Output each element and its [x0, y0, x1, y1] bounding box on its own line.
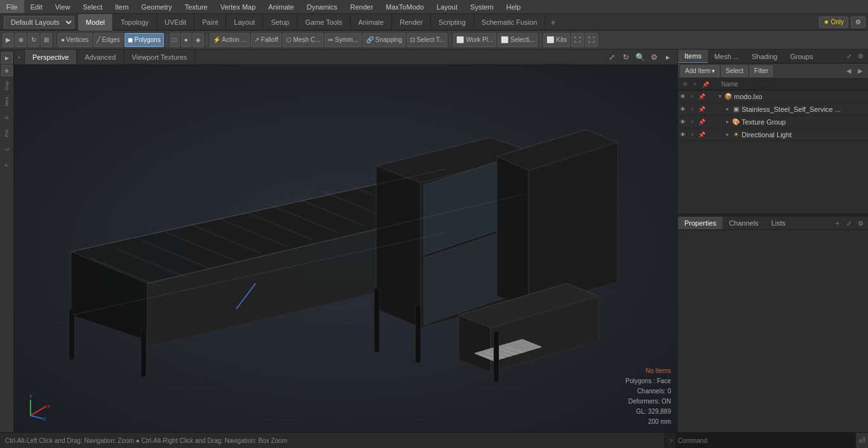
select-mode-btn[interactable]: ▶: [3, 33, 14, 47]
work-pl-btn[interactable]: ⬜ Work Pl...: [453, 33, 496, 47]
prop-tab-lists[interactable]: Lists: [765, 217, 792, 229]
tab-schematic-fusion[interactable]: Schematic Fusion: [474, 14, 545, 31]
item-row-modo-lxo[interactable]: 👁 + 📌 ▾ 📦 modo.lxo: [678, 90, 868, 103]
vp-maximize-btn[interactable]: ▸: [662, 51, 674, 63]
item-row-stainless[interactable]: 👁 + 📌 ▸ ▣ Stainless_Steel_Self_Service .…: [678, 103, 868, 116]
falloff-btn[interactable]: ↗ Falloff: [251, 33, 281, 47]
item-expander-texture[interactable]: ▸: [724, 116, 731, 128]
panel-tab-groups[interactable]: Groups: [783, 50, 819, 63]
vp-tab-perspective[interactable]: Perspective: [25, 50, 77, 64]
item-vis-texture-3[interactable]: 📌: [697, 116, 707, 128]
add-item-button[interactable]: Add Item ▾: [681, 65, 719, 77]
menu-view[interactable]: View: [49, 0, 77, 13]
layout-settings-button[interactable]: ⚙: [851, 17, 865, 28]
tab-animate[interactable]: Animate: [351, 14, 392, 31]
item-vis-stainless-3[interactable]: 📌: [697, 103, 707, 116]
menu-geometry[interactable]: Geometry: [135, 0, 178, 13]
panel-tab-shading[interactable]: Shading: [745, 50, 783, 63]
mode-btn-1[interactable]: □: [170, 33, 180, 47]
edges-btn[interactable]: ╱ Edges: [93, 33, 123, 47]
mode-btn-2[interactable]: ●: [181, 33, 191, 47]
select-t-btn[interactable]: ⊡ Select T...: [407, 33, 448, 47]
menu-texture[interactable]: Texture: [179, 0, 214, 13]
items-tb-btn-1[interactable]: ◀: [844, 66, 854, 76]
sidebar-tool-2[interactable]: ⊕: [1, 65, 13, 76]
menu-edit[interactable]: Edit: [24, 0, 49, 13]
menu-maxtomode[interactable]: MaxToModo: [379, 0, 430, 13]
transform-btn[interactable]: ⊕: [15, 33, 27, 47]
menu-file[interactable]: File: [0, 0, 24, 13]
prop-settings-btn[interactable]: ⚙: [855, 218, 865, 228]
tab-paint[interactable]: Paint: [194, 14, 226, 31]
sidebar-tool-1[interactable]: ▶: [1, 52, 13, 64]
tab-setup[interactable]: Setup: [263, 14, 297, 31]
cam-btn-2[interactable]: ⛶: [585, 33, 598, 47]
menu-select[interactable]: Select: [76, 0, 109, 13]
menu-item[interactable]: Item: [109, 0, 135, 13]
mesh-c-btn[interactable]: ⬡ Mesh C...: [283, 33, 324, 47]
item-vis-light-3[interactable]: 📌: [697, 128, 707, 141]
tab-add[interactable]: +: [545, 14, 560, 31]
scale-btn[interactable]: ⊞: [41, 33, 52, 47]
menu-dynamics[interactable]: Dynamics: [301, 0, 344, 13]
menu-system[interactable]: System: [464, 0, 500, 13]
item-vis-btn-3[interactable]: 📌: [697, 90, 707, 103]
viewport-canvas[interactable]: No Items Polygons : Face Channels: 0 Def…: [14, 65, 677, 432]
tab-game-tools[interactable]: Game Tools: [297, 14, 351, 31]
menu-render[interactable]: Render: [344, 0, 379, 13]
menu-layout[interactable]: Layout: [430, 0, 464, 13]
vertices-btn[interactable]: ● ● VerticesVertices: [58, 33, 92, 47]
item-vis-btn-1[interactable]: 👁: [678, 90, 688, 103]
menu-help[interactable]: Help: [500, 0, 527, 13]
tab-scripting[interactable]: Scripting: [431, 14, 474, 31]
vp-tab-viewport-textures[interactable]: Viewport Textures: [124, 50, 195, 64]
symm-btn[interactable]: ⇔ Symm...: [325, 33, 361, 47]
selecti-btn[interactable]: ⬜ Selecti...: [498, 33, 538, 47]
item-expander-stainless[interactable]: ▸: [724, 103, 731, 116]
tab-render[interactable]: Render: [392, 14, 431, 31]
items-select-button[interactable]: Select: [721, 65, 748, 77]
vp-search-btn[interactable]: 🔍: [634, 51, 646, 63]
mode-btn-3[interactable]: ◈: [193, 33, 204, 47]
items-tb-btn-2[interactable]: ▶: [855, 66, 865, 76]
item-row-texture-group[interactable]: 👁 + 📌 ▸ 🎨 Texture Group: [678, 116, 868, 128]
command-input[interactable]: [675, 433, 855, 448]
kits-btn[interactable]: ⬜ Kits: [543, 33, 569, 47]
prop-add-btn[interactable]: +: [832, 218, 843, 228]
layout-dropdown[interactable]: Default Layouts: [4, 16, 74, 29]
prop-tab-channels[interactable]: Channels: [722, 217, 764, 229]
panel-tab-mesh[interactable]: Mesh ...: [708, 50, 745, 63]
action-btn[interactable]: ⚡ ⚡ Action ...Action ...: [210, 33, 250, 47]
tab-layout[interactable]: Layout: [226, 14, 263, 31]
only-button[interactable]: ★ Only: [819, 17, 848, 28]
snapping-btn[interactable]: 🔗 Snapping: [363, 33, 405, 47]
item-vis-stainless-2[interactable]: +: [688, 103, 697, 116]
polygons-btn[interactable]: ◼ Polygons: [125, 33, 164, 47]
command-submit-button[interactable]: ⏎: [855, 433, 868, 448]
rotate-btn[interactable]: ↻: [28, 33, 39, 47]
tab-uvedit[interactable]: UVEdit: [157, 14, 194, 31]
tab-topology[interactable]: Topology: [113, 14, 157, 31]
item-expander-light[interactable]: ▸: [724, 128, 731, 141]
vp-tab-advanced[interactable]: Advanced: [77, 50, 124, 64]
item-vis-light-1[interactable]: 👁: [678, 128, 688, 141]
item-vis-stainless-1[interactable]: 👁: [678, 103, 688, 116]
vp-refresh-btn[interactable]: ↻: [620, 51, 632, 63]
panel-expand-btn[interactable]: ⤢: [844, 51, 854, 62]
item-vis-texture-1[interactable]: 👁: [678, 116, 688, 128]
menu-vertex-map[interactable]: Vertex Map: [214, 0, 262, 13]
cam-btn-1[interactable]: ⛶: [571, 33, 584, 47]
prop-expand-btn[interactable]: ⤢: [844, 218, 854, 228]
item-row-directional-light[interactable]: 👁 + 📌 ▸ ☀ Directional Light: [678, 128, 868, 141]
tab-model[interactable]: Model: [78, 14, 113, 31]
prop-tab-properties[interactable]: Properties: [678, 217, 722, 229]
item-vis-texture-2[interactable]: +: [688, 116, 697, 128]
panel-tab-items[interactable]: Items: [678, 50, 708, 63]
vp-settings-btn[interactable]: ⚙: [648, 51, 660, 63]
panel-settings-btn[interactable]: ⚙: [855, 51, 865, 62]
vp-expand-btn[interactable]: ⤢: [606, 51, 618, 63]
item-vis-light-2[interactable]: +: [688, 128, 697, 141]
menu-animate[interactable]: Animate: [262, 0, 300, 13]
item-vis-btn-2[interactable]: +: [688, 90, 697, 103]
items-filter-button[interactable]: Filter: [750, 65, 773, 77]
